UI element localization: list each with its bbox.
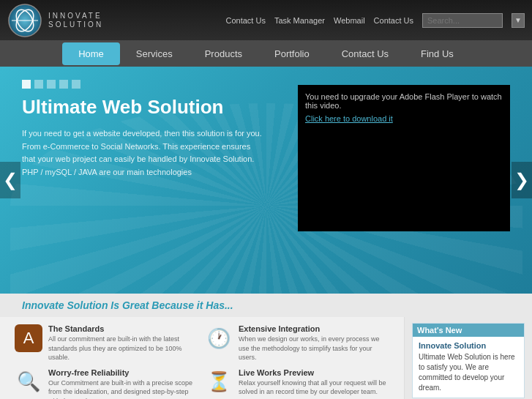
hero-section: Ultimate Web Solution If you need to get… <box>0 67 532 294</box>
prev-slide-button[interactable]: ❮ <box>0 162 20 198</box>
feature-standards-desc: All our commitment are built-in with the… <box>48 335 199 362</box>
section-title-bar: Innovate Solution Is Great Because it Ha… <box>0 294 532 317</box>
logo-icon <box>7 3 42 38</box>
top-nav: Contact Us Task Manager Webmail Contact … <box>225 13 525 28</box>
features-grid: A The Standards All our commitment are b… <box>0 317 404 399</box>
slide-description: If you need to get a website developed, … <box>22 127 263 179</box>
standards-icon: A <box>15 324 42 352</box>
nav-portfolio[interactable]: Portfolio <box>258 42 326 65</box>
top-link-webmail[interactable]: Webmail <box>334 16 365 25</box>
video-link[interactable]: Click here to download it <box>305 114 393 123</box>
top-link-taskmanager[interactable]: Task Manager <box>274 16 325 25</box>
slide-title: Ultimate Web Solution <box>22 96 263 119</box>
feature-integration-title: Extensive Integration <box>239 324 389 333</box>
logo-text: INNOVATE SOLUTION <box>48 12 103 29</box>
integration-icon: 🕐 <box>205 324 233 352</box>
video-message: You need to upgrade your Adobe Flash Pla… <box>305 92 503 110</box>
live-preview-icon: ⏳ <box>205 368 233 396</box>
video-box: You need to upgrade your Adobe Flash Pla… <box>298 85 510 231</box>
feature-reliability-desc: Our Commitment are built-in with a preci… <box>48 379 199 399</box>
feature-reliability-title: Worry-free Reliability <box>48 368 199 377</box>
feature-live-preview-title: Live Works Preview <box>239 368 389 377</box>
search-button[interactable]: ▼ <box>512 13 525 28</box>
indicator-3[interactable] <box>47 80 56 89</box>
feature-standards: A The Standards All our commitment are b… <box>15 324 199 362</box>
feature-integration: 🕐 Extensive Integration When we design o… <box>205 324 389 362</box>
sidebar: What's New Innovate Solution Ultimate We… <box>404 317 532 399</box>
feature-reliability: 🔍 Worry-free Reliability Our Commitment … <box>15 368 199 399</box>
logo-line2: SOLUTION <box>48 20 103 29</box>
indicator-4[interactable] <box>59 80 68 89</box>
feature-live-preview: ⏳ Live Works Preview Relax yourself know… <box>205 368 389 399</box>
next-slide-button[interactable]: ❯ <box>512 162 532 198</box>
search-input[interactable] <box>422 13 503 28</box>
logo-line1: INNOVATE <box>48 12 103 20</box>
feature-standards-title: The Standards <box>48 324 199 333</box>
reliability-icon: 🔍 <box>15 368 42 396</box>
main-content: A The Standards All our commitment are b… <box>0 317 532 399</box>
whats-new-title: What's New <box>413 324 524 337</box>
slide-indicators <box>22 80 80 89</box>
indicator-5[interactable] <box>72 80 80 89</box>
innovate-solution-heading: Innovate Solution <box>419 341 518 350</box>
nav-findus[interactable]: Find Us <box>405 42 470 65</box>
top-link-contact1[interactable]: Contact Us <box>225 16 265 25</box>
nav-contact[interactable]: Contact Us <box>326 42 405 65</box>
indicator-2[interactable] <box>34 80 43 89</box>
header: INNOVATE SOLUTION Contact Us Task Manage… <box>0 0 532 40</box>
nav-products[interactable]: Products <box>189 42 258 65</box>
slide-content: Ultimate Web Solution If you need to get… <box>22 96 263 179</box>
whats-new-box: What's New Innovate Solution Ultimate We… <box>412 323 525 398</box>
innovate-solution-desc: Ultimate Web Solution is here to satisfy… <box>419 352 518 393</box>
main-nav: Home Services Products Portfolio Contact… <box>0 40 532 67</box>
logo-area: INNOVATE SOLUTION <box>7 3 190 38</box>
nav-services[interactable]: Services <box>120 42 189 65</box>
feature-integration-desc: When we design our works, in every proce… <box>239 335 389 362</box>
nav-home[interactable]: Home <box>62 42 120 65</box>
feature-live-preview-desc: Relax yourself knowing that all your req… <box>239 379 389 397</box>
indicator-1[interactable] <box>22 80 31 89</box>
top-link-contact2[interactable]: Contact Us <box>374 16 413 25</box>
